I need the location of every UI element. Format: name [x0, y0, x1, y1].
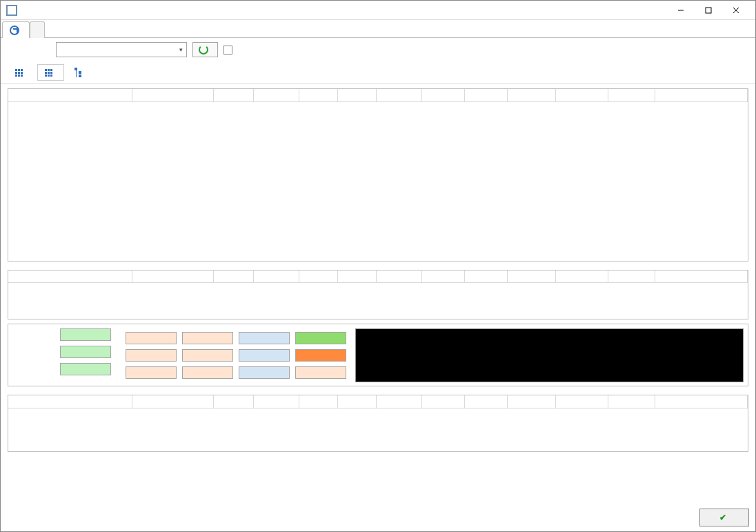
child-total — [295, 349, 346, 362]
app-icon — [6, 5, 17, 16]
child-avg — [239, 349, 290, 362]
close-dialog-button[interactable]: ✔ — [699, 509, 749, 526]
trace-tree-button[interactable] — [67, 64, 96, 81]
chevron-down-icon: ▾ — [179, 46, 183, 53]
childs-header[interactable] — [8, 395, 748, 408]
childs-panel — [8, 395, 748, 452]
child-max — [182, 349, 233, 362]
total-avg — [239, 366, 290, 379]
parents-header[interactable] — [8, 270, 748, 283]
thread-select[interactable]: ▾ — [56, 42, 187, 57]
own-total — [295, 332, 346, 344]
sub-toolbar — [1, 61, 755, 84]
tab-profile-times[interactable] — [2, 21, 30, 38]
refresh-button[interactable] — [192, 42, 218, 57]
minimize-button[interactable] — [667, 1, 695, 19]
own-avg — [239, 332, 290, 344]
own-min — [126, 332, 177, 344]
errors-button[interactable] — [117, 64, 132, 81]
grid-icon — [45, 69, 52, 77]
info-button[interactable] — [99, 64, 114, 81]
stopwatch-icon — [10, 26, 19, 35]
parent-calls-value — [60, 346, 111, 358]
parents-panel — [8, 270, 748, 320]
details-panel — [8, 324, 748, 386]
refresh-icon — [199, 45, 208, 55]
svg-rect-1 — [706, 8, 711, 13]
maximize-button[interactable] — [695, 1, 722, 19]
own-max — [182, 332, 233, 344]
overview-header[interactable] — [8, 89, 748, 101]
timing-chart — [355, 328, 744, 382]
titlebar — [1, 1, 755, 20]
check-icon: ✔ — [719, 513, 726, 522]
tab-info[interactable] — [30, 21, 45, 38]
child-calls-value — [60, 363, 111, 375]
calls-value — [60, 328, 111, 341]
total-min — [126, 366, 177, 379]
function-overview-button[interactable] — [8, 64, 34, 81]
overhead-checkbox[interactable] — [223, 46, 232, 55]
total-max — [182, 366, 233, 379]
total-total — [295, 366, 346, 379]
main-tabs — [1, 20, 755, 38]
child-time-label — [118, 348, 122, 364]
grid-icon — [15, 69, 23, 77]
close-button[interactable] — [722, 1, 750, 19]
own-time-label — [118, 331, 122, 347]
unit-overview-button[interactable] — [37, 64, 64, 81]
child-min — [126, 349, 177, 362]
total-time-label — [118, 366, 122, 382]
tree-icon — [74, 68, 84, 77]
overview-panel — [8, 88, 748, 262]
